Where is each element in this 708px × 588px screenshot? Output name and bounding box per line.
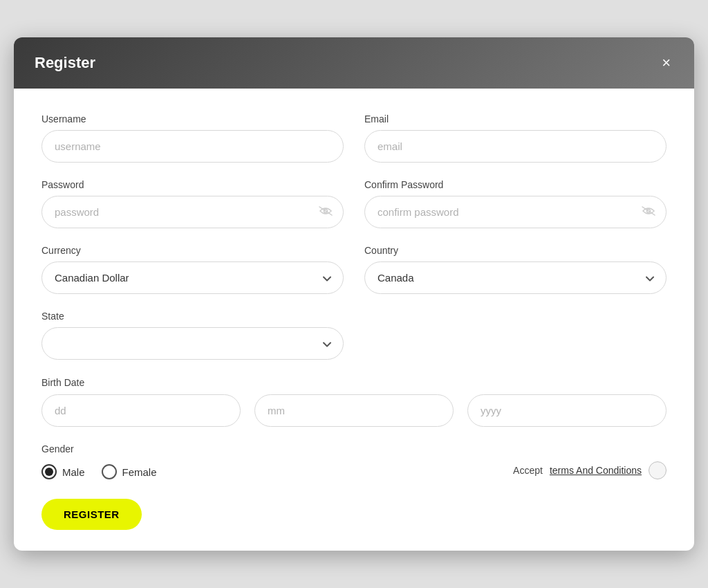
state-placeholder-group xyxy=(364,311,667,360)
confirm-password-input[interactable] xyxy=(364,196,667,228)
terms-section: Accept terms And Conditions xyxy=(513,461,667,479)
birth-date-yyyy-input[interactable] xyxy=(467,394,667,427)
terms-link[interactable]: terms And Conditions xyxy=(550,465,642,476)
password-input-wrapper xyxy=(41,196,344,228)
state-select-wrapper xyxy=(41,327,344,360)
email-input[interactable] xyxy=(364,130,667,163)
gender-male-radio[interactable] xyxy=(41,464,57,479)
email-group: Email xyxy=(364,113,667,163)
gender-label: Gender xyxy=(41,443,667,454)
birth-date-dd-input[interactable] xyxy=(41,394,241,427)
currency-label: Currency xyxy=(41,245,344,256)
state-select[interactable] xyxy=(41,327,344,360)
gender-male-radio-inner xyxy=(45,468,53,476)
bottom-row: REGISTER xyxy=(41,499,667,530)
gender-female-label: Female xyxy=(122,466,157,478)
country-select-wrapper: Canada United States United Kingdom Aust… xyxy=(364,261,667,294)
confirm-password-label: Confirm Password xyxy=(364,179,667,190)
password-eye-icon[interactable] xyxy=(319,205,333,219)
state-group: State xyxy=(41,311,344,360)
country-select[interactable]: Canada United States United Kingdom Aust… xyxy=(364,261,667,294)
gender-female-option[interactable]: Female xyxy=(102,464,157,479)
birth-date-label: Birth Date xyxy=(41,377,84,388)
username-input[interactable] xyxy=(41,130,344,163)
row-currency-country: Currency Canadian Dollar US Dollar Euro … xyxy=(41,245,667,294)
country-label: Country xyxy=(364,245,667,256)
terms-prefix: Accept xyxy=(513,465,543,476)
email-label: Email xyxy=(364,113,667,125)
confirm-password-group: Confirm Password xyxy=(364,179,667,228)
register-modal: Register × Username Email Password xyxy=(14,37,694,551)
terms-checkbox[interactable] xyxy=(649,461,667,479)
birth-date-inputs xyxy=(41,394,667,427)
username-label: Username xyxy=(41,113,344,125)
row-password-confirm: Password Confirm Password xyxy=(41,179,667,228)
close-button[interactable]: × xyxy=(659,53,673,73)
state-label: State xyxy=(41,311,344,322)
gender-female-radio[interactable] xyxy=(102,464,117,479)
gender-options: Male Female xyxy=(41,464,157,479)
username-input-wrapper xyxy=(41,130,344,163)
modal-header: Register × xyxy=(14,37,694,89)
register-button[interactable]: REGISTER xyxy=(41,499,142,530)
confirm-password-eye-icon[interactable] xyxy=(642,205,655,219)
email-input-wrapper xyxy=(364,130,667,163)
currency-select[interactable]: Canadian Dollar US Dollar Euro British P… xyxy=(41,261,344,294)
modal-body: Username Email Password xyxy=(14,89,694,551)
row-username-email: Username Email xyxy=(41,113,667,163)
row-state: State xyxy=(41,311,667,360)
birth-date-row: Birth Date xyxy=(41,376,667,427)
username-group: Username xyxy=(41,113,344,163)
country-group: Country Canada United States United King… xyxy=(364,245,667,294)
currency-group: Currency Canadian Dollar US Dollar Euro … xyxy=(41,245,344,294)
confirm-password-input-wrapper xyxy=(364,196,667,228)
password-input[interactable] xyxy=(41,196,344,228)
modal-title: Register xyxy=(35,54,95,72)
birth-date-mm-input[interactable] xyxy=(254,394,454,427)
password-group: Password xyxy=(41,179,344,228)
gender-section: Gender Male Female Accept xyxy=(41,443,667,479)
gender-male-label: Male xyxy=(62,466,85,478)
currency-select-wrapper: Canadian Dollar US Dollar Euro British P… xyxy=(41,261,344,294)
gender-male-option[interactable]: Male xyxy=(41,464,85,479)
password-label: Password xyxy=(41,179,344,190)
